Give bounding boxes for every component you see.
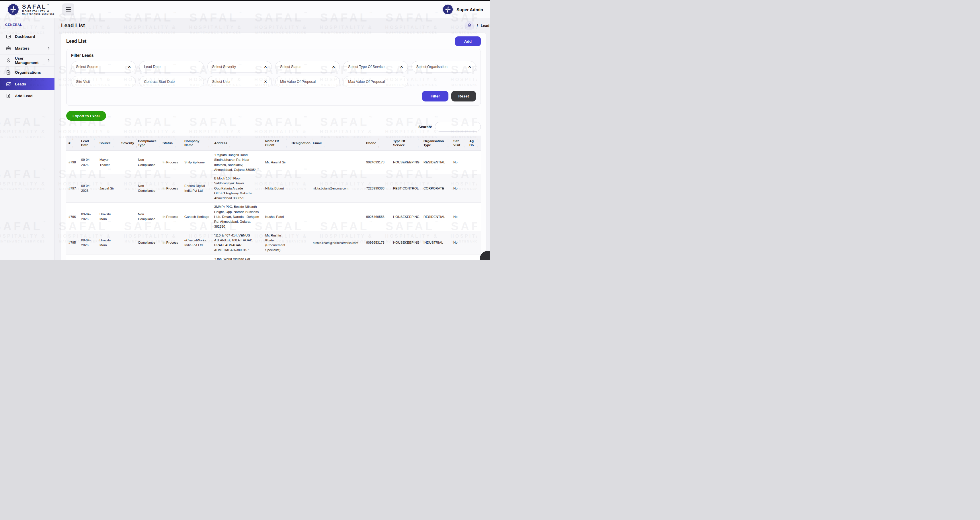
column-header-phone[interactable]: Phone↓↑ <box>364 135 391 151</box>
sort-descending-icon[interactable]: ↓ <box>286 138 287 141</box>
column-header-num[interactable]: #↓↑ <box>66 135 79 151</box>
column-header-name-of-client[interactable]: Name Of Client↓↑ <box>263 135 289 151</box>
sort-descending-icon[interactable]: ↓ <box>158 138 160 141</box>
sort-ascending-icon[interactable]: ↑ <box>323 145 325 148</box>
clear-icon[interactable]: ✕ <box>126 65 131 69</box>
sort-icons: ↓↑ <box>378 138 379 148</box>
sort-descending-icon[interactable]: ↓ <box>477 138 479 141</box>
table-row[interactable]: #79408-04-2026Jaspal SirNon ComplianceIn… <box>66 254 481 260</box>
cell-status: In Process <box>160 231 182 254</box>
filter-field-status[interactable]: Select Status✕ <box>275 61 340 73</box>
cell-address: B block 10th Floor Siddhivinayak Tower O… <box>212 174 263 203</box>
sort-ascending-icon[interactable]: ↑ <box>208 145 210 148</box>
sort-ascending-icon[interactable]: ↑ <box>447 145 449 148</box>
sidebar-item-organisations[interactable]: Organisations <box>0 67 54 78</box>
column-header-compliance-type[interactable]: Compliance Type↓↑ <box>135 135 160 151</box>
sidebar-item-leads[interactable]: Leads <box>0 78 54 90</box>
sort-descending-icon[interactable]: ↓ <box>94 138 95 141</box>
sort-descending-icon[interactable]: ↓ <box>417 138 419 141</box>
safal-logo-icon <box>7 3 19 16</box>
clear-icon[interactable]: ✕ <box>399 65 403 69</box>
sort-descending-icon[interactable]: ↓ <box>463 138 465 141</box>
column-header-type-of-service[interactable]: Type Of Service↓↑ <box>391 135 421 151</box>
column-label: Designation <box>291 141 310 145</box>
filter-field-site-visit[interactable]: Site Visit <box>71 76 135 87</box>
column-header-site-visit[interactable]: Site Visit↓↑ <box>451 135 467 151</box>
filter-field-user[interactable]: Select User✕ <box>207 76 272 87</box>
sort-ascending-icon[interactable]: ↑ <box>72 145 73 148</box>
hamburger-icon <box>66 11 71 11</box>
column-header-severity[interactable]: Severity↓↑ <box>119 135 135 151</box>
add-button[interactable]: Add <box>455 37 481 46</box>
sort-ascending-icon[interactable]: ↑ <box>286 145 287 148</box>
sort-ascending-icon[interactable]: ↑ <box>417 145 419 148</box>
table-row[interactable]: #79709-04-2026Jaspal SirNon ComplianceIn… <box>66 174 481 203</box>
column-header-status[interactable]: Status↓↑ <box>160 135 182 151</box>
filter-field-min-value[interactable]: Min Value Of Proposal <box>275 76 340 87</box>
sidebar-item-user-management[interactable]: User Management <box>0 54 54 66</box>
column-header-source[interactable]: Source↓↑ <box>97 135 119 151</box>
sort-ascending-icon[interactable]: ↑ <box>378 145 379 148</box>
sort-descending-icon[interactable]: ↓ <box>112 138 114 141</box>
column-header-designation[interactable]: Designation↓↑ <box>289 135 310 151</box>
sidebar-toggle-button[interactable] <box>62 3 74 16</box>
filter-field-max-value[interactable]: Max Value Of Proposal <box>343 76 408 87</box>
search-input[interactable] <box>435 122 481 132</box>
sort-ascending-icon[interactable]: ↑ <box>112 145 114 148</box>
column-header-email[interactable]: Email↓↑ <box>310 135 364 151</box>
sort-ascending-icon[interactable]: ↑ <box>174 145 176 148</box>
clear-icon[interactable]: ✕ <box>262 80 267 84</box>
sort-descending-icon[interactable]: ↓ <box>229 138 231 141</box>
sort-descending-icon[interactable]: ↓ <box>378 138 379 141</box>
cell-email: rushin.khatri@eclinicalworks.com <box>310 231 364 254</box>
sort-descending-icon[interactable]: ↓ <box>208 138 210 141</box>
filter-field-label: Min Value Of Proposal <box>280 80 316 84</box>
column-label: Name Of Client <box>265 139 284 147</box>
sort-ascending-icon[interactable]: ↑ <box>136 145 137 148</box>
cell-name-of-client: Nikita Butani <box>263 174 289 203</box>
table-row[interactable]: #79809-04-2026Mayur ThakerNon Compliance… <box>66 151 481 174</box>
sidebar-item-masters[interactable]: Masters <box>0 43 54 54</box>
filter-field-lead-date[interactable]: Lead Date <box>139 61 204 73</box>
sort-descending-icon[interactable]: ↓ <box>72 138 73 141</box>
sort-descending-icon[interactable]: ↓ <box>174 138 176 141</box>
sort-icons: ↓↑ <box>94 138 95 148</box>
cell-type-of-service: PEST CONTROL <box>391 174 421 203</box>
reset-button[interactable]: Reset <box>451 91 476 102</box>
cell-severity <box>119 151 135 174</box>
filter-field-source[interactable]: Select Source✕ <box>71 61 135 73</box>
cell-site-visit: No <box>451 203 467 231</box>
sort-descending-icon[interactable]: ↓ <box>312 138 314 141</box>
user-avatar[interactable] <box>442 4 453 15</box>
table-row[interactable]: #79508-04-2026Uravshi MamComplianceIn Pr… <box>66 231 481 254</box>
sort-ascending-icon[interactable]: ↑ <box>229 145 231 148</box>
filter-field-type-of-service[interactable]: Select Type Of Service✕ <box>343 61 408 73</box>
filter-field-severity[interactable]: Select Severity✕ <box>207 61 272 73</box>
filter-button[interactable]: Filter <box>422 91 449 102</box>
clear-icon[interactable]: ✕ <box>330 65 335 69</box>
export-to-excel-button[interactable]: Export to Excel <box>66 111 106 121</box>
column-header-organisation-type[interactable]: Organisation Type↓↑ <box>421 135 451 151</box>
column-header-address[interactable]: Address↓↑ <box>212 135 263 151</box>
breadcrumb-home-button[interactable] <box>465 21 474 30</box>
column-header-ag-do[interactable]: Ag Do↓↑ <box>467 135 481 151</box>
filter-field-organisation[interactable]: Select Organisation✕ <box>411 61 476 73</box>
column-header-company-name[interactable]: Company Name↓↑ <box>182 135 212 151</box>
sort-ascending-icon[interactable]: ↑ <box>312 145 314 148</box>
filter-actions: Filter Reset <box>71 91 476 102</box>
sort-ascending-icon[interactable]: ↑ <box>463 145 465 148</box>
sort-ascending-icon[interactable]: ↑ <box>158 145 160 148</box>
cell-ag-do <box>467 254 481 260</box>
table-row[interactable]: #79609-04-2026Uravshi MamNon ComplianceI… <box>66 203 481 231</box>
filter-field-contract-start-date[interactable]: Contract Start Date <box>139 76 204 87</box>
sidebar-item-add-lead[interactable]: Add Lead <box>0 90 54 102</box>
sidebar-item-dashboard[interactable]: Dashboard <box>0 31 54 43</box>
column-header-lead-date[interactable]: Lead Date↓↑ <box>79 135 97 151</box>
sort-ascending-icon[interactable]: ↑ <box>477 145 479 148</box>
sort-descending-icon[interactable]: ↓ <box>136 138 137 141</box>
sort-descending-icon[interactable]: ↓ <box>447 138 449 141</box>
sort-ascending-icon[interactable]: ↑ <box>94 145 95 148</box>
clear-icon[interactable]: ✕ <box>466 65 471 69</box>
clear-icon[interactable]: ✕ <box>262 65 267 69</box>
sort-descending-icon[interactable]: ↓ <box>323 138 325 141</box>
